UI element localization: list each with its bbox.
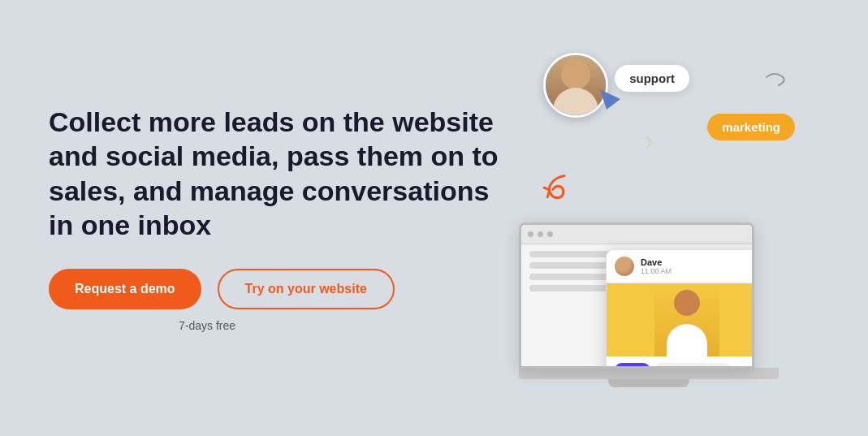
avatar xyxy=(543,53,608,118)
chat-agent-button[interactable]: Chat with an agent xyxy=(654,363,732,369)
left-content: Collect more leads on the website and so… xyxy=(49,105,520,332)
laptop-stand xyxy=(608,379,689,387)
avatar-head xyxy=(561,60,590,89)
support-bubble: support xyxy=(615,65,689,92)
arrow-decoration xyxy=(600,89,620,110)
chat-window: Dave 11:00 AM ✕ Demo xyxy=(606,249,754,369)
laptop-screen: Dave 11:00 AM ✕ Demo xyxy=(519,222,754,369)
chat-avatar xyxy=(615,257,634,276)
chat-user-info: Dave 11:00 AM xyxy=(641,257,751,275)
chat-time: 11:00 AM xyxy=(641,267,751,275)
avatar-body xyxy=(553,88,598,117)
svg-marker-0 xyxy=(600,89,620,110)
chat-close-icon[interactable]: ✕ xyxy=(751,261,754,272)
squiggle-icon xyxy=(535,167,583,222)
avatar-face xyxy=(546,55,606,115)
person-body xyxy=(667,324,707,356)
chat-actions: Demo Chat with an agent Read an article xyxy=(607,356,754,369)
try-website-button[interactable]: Try on your website xyxy=(218,269,395,309)
person-head xyxy=(674,290,700,316)
right-illustration: support marketing ☽ sales xyxy=(520,32,819,404)
browser-dot-1 xyxy=(528,231,533,237)
page-container: Collect more leads on the website and so… xyxy=(0,0,868,436)
chat-demo-button[interactable]: Demo xyxy=(615,363,650,369)
swirl-decoration xyxy=(762,69,787,97)
buttons-area: Request a demo Try on your website 7-day… xyxy=(49,269,520,332)
laptop-base xyxy=(519,368,779,379)
headline: Collect more leads on the website and so… xyxy=(49,105,503,243)
marketing-bubble: marketing xyxy=(707,114,795,140)
crescent-decoration: ☽ xyxy=(640,134,653,152)
chat-person-image xyxy=(654,283,719,356)
browser-dot-3 xyxy=(547,231,553,237)
browser-bar xyxy=(521,225,752,244)
laptop-mockup: Dave 11:00 AM ✕ Demo xyxy=(519,222,779,387)
chat-buttons-row: Demo Chat with an agent xyxy=(615,363,754,369)
browser-dot-2 xyxy=(538,231,543,237)
free-trial-text: 7-days free xyxy=(179,319,520,332)
chat-header: Dave 11:00 AM ✕ xyxy=(607,250,754,283)
chat-image-area xyxy=(607,283,754,356)
request-demo-button[interactable]: Request a demo xyxy=(49,269,201,309)
buttons-row: Request a demo Try on your website xyxy=(49,269,520,309)
chat-user-name: Dave xyxy=(641,257,751,267)
